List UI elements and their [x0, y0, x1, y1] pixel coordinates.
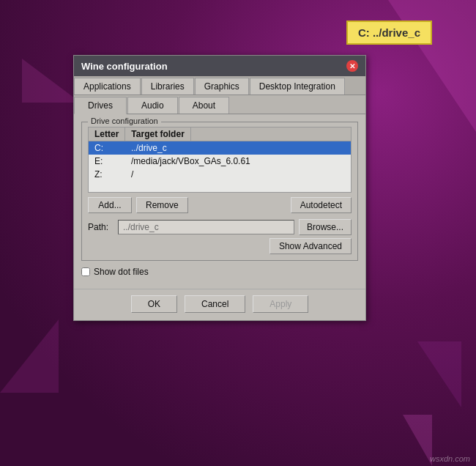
drive-letter-c: C:	[89, 141, 125, 155]
dialog-title: Wine configuration	[81, 61, 168, 72]
tab-applications[interactable]: Applications	[74, 78, 141, 95]
ok-button[interactable]: OK	[131, 295, 177, 313]
bg-decoration-1	[388, 0, 476, 132]
dialog-content: Drive configuration Letter Target folder…	[74, 114, 365, 289]
dialog-footer: OK Cancel Apply	[74, 289, 365, 320]
autodetect-button[interactable]: Autodetect	[291, 197, 352, 213]
drive-folder-e: /media/jack/VBox_GAs_6.0.61	[125, 155, 256, 168]
show-advanced-row: Show Advanced	[88, 238, 352, 254]
show-dot-files-checkbox[interactable]	[81, 267, 90, 276]
path-row: Path: Browse...	[88, 219, 352, 235]
tab-row-1: Applications Libraries Graphics Desktop …	[74, 76, 365, 95]
path-input[interactable]	[118, 220, 294, 234]
drive-list-area[interactable]: Letter Target folder C: ../drive_c E: /m…	[88, 127, 352, 193]
remove-drive-button[interactable]: Remove	[136, 197, 188, 213]
show-advanced-button[interactable]: Show Advanced	[269, 238, 352, 254]
show-dot-files-row: Show dot files	[81, 267, 358, 277]
drive-row-z[interactable]: Z: /	[89, 168, 351, 181]
drive-config-label: Drive configuration	[88, 116, 161, 125]
annotation-text: C: ../drive_c	[358, 26, 420, 39]
list-header: Letter Target folder	[89, 127, 351, 141]
tab-drives[interactable]: Drives	[74, 97, 127, 114]
dialog-titlebar: Wine configuration ✕	[74, 56, 365, 76]
wine-config-dialog: Wine configuration ✕ Applications Librar…	[73, 55, 366, 321]
tab-about[interactable]: About	[179, 97, 229, 114]
bg-decoration-2	[417, 341, 461, 407]
cancel-button[interactable]: Cancel	[185, 295, 245, 313]
show-dot-files-label: Show dot files	[94, 267, 149, 277]
drive-letter-z: Z:	[89, 168, 125, 181]
tab-row-2: Drives Audio About	[74, 95, 365, 114]
drive-row-e[interactable]: E: /media/jack/VBox_GAs_6.0.61	[89, 155, 351, 168]
drive-folder-z: /	[125, 168, 155, 181]
drive-letter-e: E:	[89, 155, 125, 168]
add-drive-button[interactable]: Add...	[88, 197, 132, 213]
browse-button[interactable]: Browse...	[299, 219, 352, 235]
path-label: Path:	[88, 222, 114, 232]
watermark: wsxdn.com	[430, 454, 470, 463]
annotation-box: C: ../drive_c	[346, 21, 432, 45]
header-folder: Target folder	[125, 127, 190, 141]
bg-decoration-3	[403, 415, 432, 466]
bg-decoration-4	[22, 59, 81, 103]
tab-graphics[interactable]: Graphics	[195, 78, 249, 95]
drive-folder-c: ../drive_c	[125, 141, 173, 155]
drive-action-buttons: Add... Remove Autodetect	[88, 197, 352, 213]
tab-audio[interactable]: Audio	[127, 97, 178, 114]
header-letter: Letter	[89, 127, 125, 141]
tab-libraries[interactable]: Libraries	[141, 78, 194, 95]
bg-decoration-5	[0, 319, 59, 393]
drive-row-c[interactable]: C: ../drive_c	[89, 141, 351, 155]
close-button[interactable]: ✕	[346, 60, 358, 72]
drive-config-group: Drive configuration Letter Target folder…	[81, 122, 358, 261]
apply-button[interactable]: Apply	[253, 295, 308, 313]
tab-desktop-integration[interactable]: Desktop Integration	[250, 78, 345, 95]
